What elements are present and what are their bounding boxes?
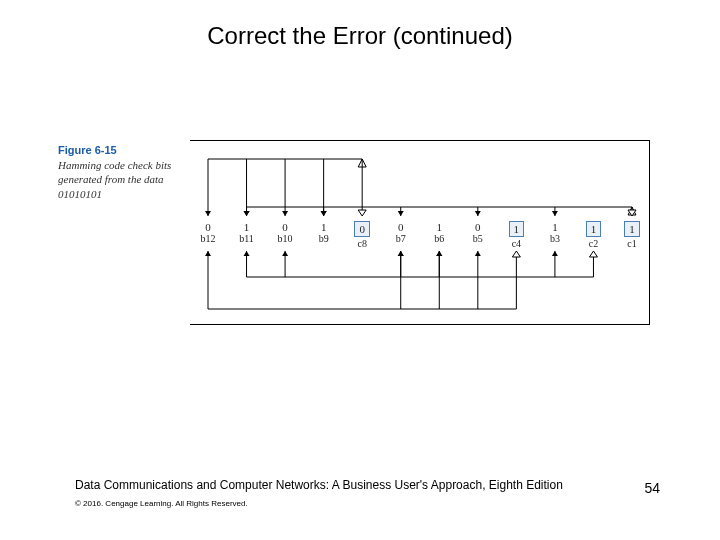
bit-c8: 0c8 — [347, 221, 377, 249]
footer-copyright: © 2016. Cengage Learning. All Rights Res… — [75, 499, 248, 508]
bit-label: c1 — [617, 238, 647, 249]
bit-label: c2 — [578, 238, 608, 249]
bit-value: 0 — [386, 221, 416, 233]
bit-c2: 1c2 — [578, 221, 608, 249]
footer-book-title: Data Communications and Computer Network… — [75, 478, 563, 492]
bit-value: 0 — [463, 221, 493, 233]
bit-label: b7 — [386, 233, 416, 244]
bit-value: 1 — [509, 221, 525, 237]
figure-caption: Figure 6-15 Hamming code check bits gene… — [58, 144, 198, 201]
bit-b6: 1b6 — [424, 221, 454, 244]
bit-b11: 1b11 — [232, 221, 262, 244]
bit-value: 1 — [424, 221, 454, 233]
bit-value: 1 — [540, 221, 570, 233]
bit-value: 1 — [232, 221, 262, 233]
bit-label: b12 — [193, 233, 223, 244]
figure-description: Hamming code check bits generated from t… — [58, 158, 198, 201]
bit-value: 1 — [586, 221, 602, 237]
page-number: 54 — [644, 480, 660, 496]
bit-b5: 0b5 — [463, 221, 493, 244]
bit-label: b6 — [424, 233, 454, 244]
bit-value: 0 — [193, 221, 223, 233]
bit-label: b9 — [309, 233, 339, 244]
hamming-diagram: 0b121b110b101b90c80b71b60b51c41b31c21c1 — [190, 140, 650, 325]
bit-b7: 0b7 — [386, 221, 416, 244]
bit-value: 1 — [309, 221, 339, 233]
bit-label: c4 — [501, 238, 531, 249]
bit-b10: 0b10 — [270, 221, 300, 244]
bit-value: 0 — [354, 221, 370, 237]
bit-b9: 1b9 — [309, 221, 339, 244]
bit-label: b11 — [232, 233, 262, 244]
bit-label: b3 — [540, 233, 570, 244]
bit-b12: 0b12 — [193, 221, 223, 244]
bit-c4: 1c4 — [501, 221, 531, 249]
bit-b3: 1b3 — [540, 221, 570, 244]
bit-label: c8 — [347, 238, 377, 249]
bit-label: b5 — [463, 233, 493, 244]
bit-label: b10 — [270, 233, 300, 244]
bit-value: 0 — [270, 221, 300, 233]
bit-c1: 1c1 — [617, 221, 647, 249]
bit-value: 1 — [624, 221, 640, 237]
figure-number: Figure 6-15 — [58, 144, 198, 156]
slide-title: Correct the Error (continued) — [0, 22, 720, 50]
